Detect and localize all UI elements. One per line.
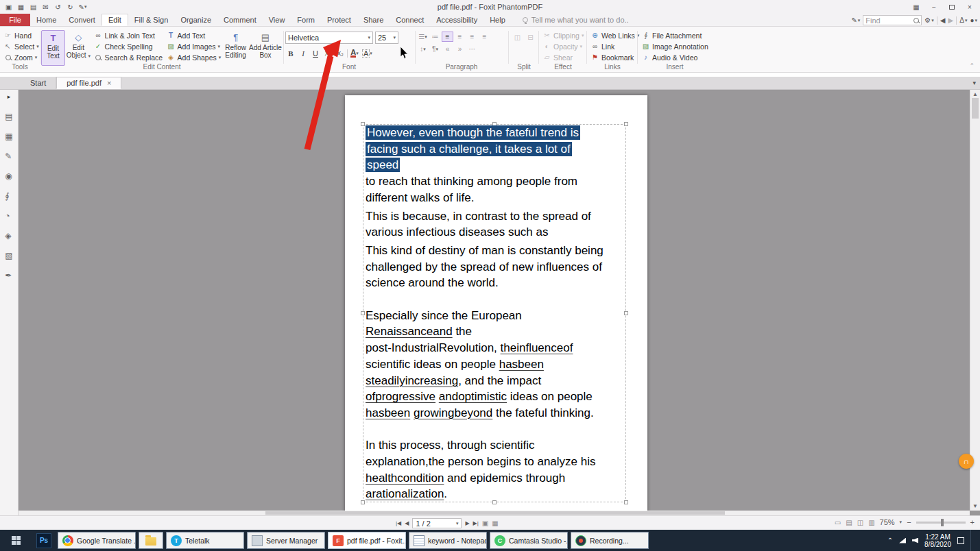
continuous-view-icon[interactable]: ▤ (846, 519, 852, 526)
select-tool-button[interactable]: ↖Select▾ (1, 41, 38, 51)
font-family-combo[interactable]: Helvetica▾ (285, 32, 373, 44)
text-style-button[interactable]: A▾ (361, 48, 373, 58)
decrease-indent-icon[interactable]: « (442, 44, 453, 54)
page-number-combo[interactable]: 1 / 2▾ (412, 518, 462, 528)
ribbon-tab-connect[interactable]: Connect (390, 14, 430, 26)
add-shapes-button[interactable]: ◈Add Shapes▾ (165, 52, 224, 62)
taskbar-item-keyword-notepad[interactable]: keyword - Notepad (409, 532, 487, 549)
link-button[interactable]: ∞Link (588, 41, 636, 51)
bold-button[interactable]: B (285, 48, 296, 58)
layout-grid-icon[interactable]: ▦ (907, 0, 925, 14)
close-button[interactable]: × (961, 0, 979, 14)
taskbar-item-teletalk[interactable]: TTeletalk (166, 532, 244, 549)
ribbon-tab-organize[interactable]: Organize (174, 14, 217, 26)
document-tab-pdf-file-pdf[interactable]: pdf file.pdf× (56, 77, 121, 89)
image-annotation-button[interactable]: ▨Image Annotation (639, 41, 710, 51)
zoom-in-icon[interactable]: + (970, 518, 975, 526)
ribbon-tab-protect[interactable]: Protect (321, 14, 357, 26)
font-color-button[interactable]: A▾ (349, 48, 360, 58)
taskbar-item-camtasia-studio[interactable]: CCamtasia Studio -... (490, 532, 568, 549)
align-right-icon[interactable]: ≡ (466, 32, 478, 42)
ribbon-tab-file[interactable]: File (0, 14, 30, 26)
horizontal-scroll-thumb[interactable] (265, 511, 725, 515)
audio-video-button[interactable]: ♪Audio & Video (639, 52, 710, 62)
align-center-icon[interactable]: ≡ (454, 32, 466, 42)
annotate-pen-icon[interactable]: ✎▾ (851, 16, 860, 24)
zoom-slider-thumb[interactable] (941, 519, 944, 526)
superscript-button[interactable]: X² (322, 48, 333, 58)
reflow-editing-button[interactable]: ¶ Reflow Editing (223, 30, 248, 66)
restore-button[interactable] (943, 0, 961, 14)
network-icon[interactable] (899, 538, 906, 543)
single-page-view-icon[interactable]: ▭ (835, 519, 841, 526)
format-brush-icon[interactable]: ✎▾ (77, 2, 88, 12)
taskbar-item-folder[interactable] (139, 532, 163, 549)
zoom-slider[interactable] (916, 522, 966, 524)
taskbar-item-recording[interactable]: Recording... (571, 532, 649, 549)
redo-icon[interactable]: ↻ (64, 2, 76, 12)
next-view-icon[interactable]: ▶ (948, 16, 954, 24)
history-panel-icon[interactable]: ◔ (5, 212, 12, 220)
annotations-panel-icon[interactable]: ✎ (5, 152, 12, 160)
ribbon-tab-accessibility[interactable]: Accessibility (430, 14, 483, 26)
add-article-box-button[interactable]: ▤ Add Article Box (248, 30, 283, 66)
start-button[interactable] (0, 530, 32, 551)
layers-panel-icon[interactable]: ▧ (5, 252, 12, 260)
taskbar-item-pdf-file-pdf-foxit[interactable]: Fpdf file.pdf - Foxit... (328, 532, 406, 549)
document-canvas[interactable]: However, even though the fateful trend i… (19, 90, 970, 511)
snapshot-icon[interactable]: ▣ (482, 519, 488, 527)
clipboard-icon[interactable]: ▦ (492, 519, 498, 527)
zoom-percent-caret-icon[interactable]: ▾ (900, 519, 903, 525)
numbered-list-icon[interactable]: ≔ (429, 32, 441, 42)
ribbon-tab-comment[interactable]: Comment (217, 14, 263, 26)
expand-panel-icon[interactable]: ▸ (8, 93, 11, 100)
page-thumbnails-panel-icon[interactable]: ▦ (5, 132, 12, 140)
bullet-list-icon[interactable]: ☰▾ (417, 32, 429, 42)
book-view-icon[interactable]: ▥ (868, 519, 874, 526)
italic-button[interactable]: I (298, 48, 309, 58)
edit-text-button[interactable]: T Edit Text (41, 30, 65, 66)
tab-list-caret-icon[interactable]: ▾ (972, 79, 976, 86)
open-icon[interactable]: ▣ (3, 2, 14, 12)
search-replace-button[interactable]: Search & Replace (92, 52, 165, 62)
action-center-icon[interactable] (957, 537, 964, 544)
tray-chevron-up-icon[interactable]: ⌃ (887, 537, 893, 544)
shear-button[interactable]: ▱Shear (540, 52, 586, 62)
minimize-button[interactable]: − (925, 0, 943, 14)
clipping-button[interactable]: ✂Clipping▾ (540, 30, 586, 40)
last-page-icon[interactable]: ▶| (473, 520, 479, 526)
check-spelling-button[interactable]: ✓Check Spelling (92, 41, 165, 51)
increase-indent-icon[interactable]: » (454, 44, 466, 54)
document-tab-start[interactable]: Start (21, 77, 56, 89)
taskbar-item-photoshop[interactable]: Ps (32, 530, 56, 551)
ribbon-tab-share[interactable]: Share (357, 14, 390, 26)
first-page-icon[interactable]: |◀ (396, 520, 401, 526)
close-tab-icon[interactable]: × (107, 79, 111, 87)
scroll-up-icon[interactable]: ▲ (970, 91, 980, 97)
document-text[interactable]: However, even though the fateful trend i… (366, 125, 628, 502)
bookmarks-panel-icon[interactable]: ▤ (5, 112, 12, 121)
previous-view-icon[interactable]: ◀ (940, 16, 946, 24)
ribbon-tab-edit[interactable]: Edit (101, 14, 128, 26)
split-vertical-icon[interactable]: ◫ (512, 32, 523, 42)
file-attachment-button[interactable]: ∮File Attachment (639, 30, 710, 40)
taskbar-item-google-translate[interactable]: Google Translate ... (58, 532, 136, 549)
line-spacing-icon[interactable]: ↕▾ (417, 44, 429, 54)
settings-gear-icon[interactable]: ⚙▾ (924, 16, 933, 24)
show-desktop-button[interactable] (970, 530, 973, 551)
previous-page-icon[interactable]: ◀ (405, 520, 409, 526)
signature-panel-icon[interactable]: ✒ (5, 271, 12, 280)
email-icon[interactable]: ✉ (40, 2, 51, 12)
ribbon-tab-fill-sign[interactable]: Fill & Sign (128, 14, 175, 26)
save-icon[interactable]: ▦ (15, 2, 27, 12)
zoom-tool-button[interactable]: Zoom▾ (1, 52, 38, 62)
ribbon-tab-form[interactable]: Form (291, 14, 321, 26)
edit-object-button[interactable]: ◇ Edit Object ▾ (65, 30, 92, 66)
volume-icon[interactable] (912, 538, 918, 543)
opacity-button[interactable]: ◐Opacity▾ (540, 41, 586, 51)
comments-panel-icon[interactable]: ◉ (5, 172, 12, 180)
bookmark-button[interactable]: ⚑Bookmark (588, 52, 636, 62)
add-text-button[interactable]: TAdd Text (165, 30, 224, 40)
web-links-button[interactable]: ⊕Web Links▾ (588, 30, 636, 40)
vertical-scrollbar[interactable]: ▲ ▼ (970, 90, 980, 511)
